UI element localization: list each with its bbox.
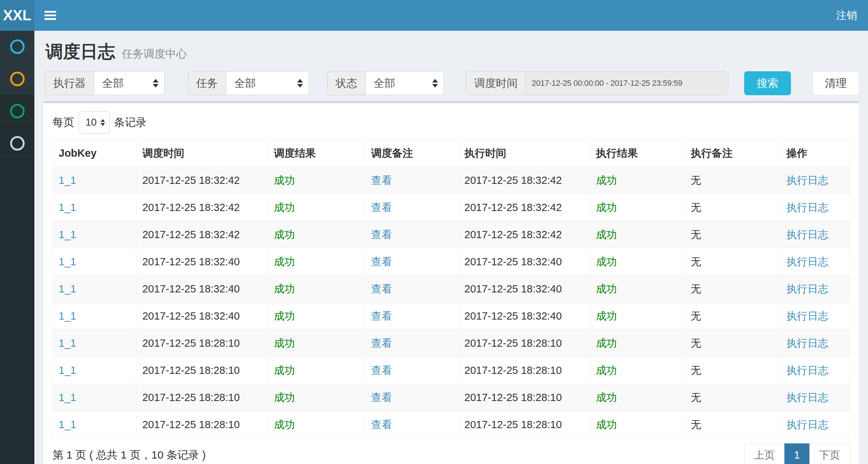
handle-result-cell: 成功	[590, 411, 685, 438]
handle-time-cell: 2017-12-25 18:32:40	[458, 275, 590, 303]
trigger-result-cell: 成功	[268, 167, 365, 194]
job-select[interactable]: 全部	[226, 71, 309, 95]
sidebar-item-executors[interactable]	[0, 127, 34, 160]
column-header: 执行结果	[590, 140, 685, 167]
trigger-time-cell: 2017-12-25 18:28:10	[136, 411, 268, 438]
trigger-remark-link[interactable]: 查看	[371, 229, 392, 240]
job-key-link[interactable]: 1_1	[59, 337, 76, 349]
exec-log-link[interactable]: 执行日志	[786, 337, 828, 349]
trigger-result-cell: 成功	[268, 275, 365, 303]
page-size-select[interactable]: 10	[79, 111, 110, 134]
sidebar-item-dashboard[interactable]	[0, 31, 34, 63]
exec-log-link[interactable]: 执行日志	[786, 256, 828, 267]
page-size-prefix: 每页	[52, 115, 74, 130]
trigger-remark-link[interactable]: 查看	[371, 174, 392, 186]
sidebar-item-joblog[interactable]	[0, 95, 34, 127]
page-size-suffix: 条记录	[114, 115, 147, 130]
handle-remark-cell: 无	[685, 357, 780, 384]
exec-log-link[interactable]: 执行日志	[786, 364, 828, 376]
status-select[interactable]: 全部	[365, 71, 444, 95]
sidebar-item-jobs[interactable]	[0, 63, 34, 95]
handle-result-cell: 成功	[590, 194, 685, 221]
table-row: 1_12017-12-25 18:28:10成功查看2017-12-25 18:…	[53, 411, 850, 438]
handle-remark-cell: 无	[685, 194, 780, 221]
handle-time-cell: 2017-12-25 18:32:42	[458, 221, 590, 248]
exec-log-link[interactable]: 执行日志	[786, 202, 828, 213]
trigger-remark-link[interactable]: 查看	[371, 364, 392, 376]
job-key-link[interactable]: 1_1	[59, 419, 76, 430]
status-filter-group: 状态 全部	[327, 71, 444, 95]
trigger-time-cell: 2017-12-25 18:28:10	[136, 384, 268, 411]
handle-result-cell: 成功	[590, 248, 685, 275]
current-page-button[interactable]: 1	[784, 443, 810, 464]
exec-log-link[interactable]: 执行日志	[786, 283, 828, 295]
select-arrows-icon	[101, 119, 105, 126]
handle-time-cell: 2017-12-25 18:32:42	[458, 167, 590, 194]
job-filter-group: 任务 全部	[188, 71, 309, 95]
job-key-link[interactable]: 1_1	[59, 256, 76, 267]
clear-button[interactable]: 清理	[813, 71, 859, 95]
table-row: 1_12017-12-25 18:32:40成功查看2017-12-25 18:…	[53, 248, 850, 275]
trigger-remark-link[interactable]: 查看	[371, 310, 392, 322]
search-button[interactable]: 搜索	[744, 71, 791, 95]
exec-log-link[interactable]: 执行日志	[786, 310, 828, 322]
trigger-result-cell: 成功	[268, 248, 365, 275]
handle-remark-cell: 无	[685, 384, 780, 411]
table-row: 1_12017-12-25 18:28:10成功查看2017-12-25 18:…	[53, 357, 850, 384]
job-key-link[interactable]: 1_1	[59, 202, 76, 213]
trigger-result-cell: 成功	[268, 221, 365, 248]
job-key-link[interactable]: 1_1	[59, 174, 76, 186]
top-navbar: 注销	[34, 0, 868, 31]
trigger-remark-link[interactable]: 查看	[371, 256, 392, 267]
job-key-link[interactable]: 1_1	[59, 310, 76, 322]
trigger-remark-link[interactable]: 查看	[371, 337, 392, 349]
prev-page-button[interactable]: 上页	[744, 443, 785, 464]
sidebar-toggle-icon[interactable]	[45, 9, 57, 22]
exec-log-link[interactable]: 执行日志	[786, 392, 828, 403]
executor-select[interactable]: 全部	[94, 71, 165, 95]
trigger-remark-link[interactable]: 查看	[371, 419, 392, 430]
trigger-time-cell: 2017-12-25 18:32:40	[136, 248, 268, 275]
next-page-button[interactable]: 下页	[809, 443, 850, 464]
handle-result-cell: 成功	[590, 275, 685, 303]
filter-bar: 执行器 全部 任务 全部 状态 全部 调度时间 搜索 清理	[43, 71, 859, 95]
handle-time-cell: 2017-12-25 18:28:10	[458, 330, 590, 357]
time-range-input[interactable]	[526, 71, 728, 95]
select-arrows-icon	[432, 79, 438, 88]
time-filter-group: 调度时间	[466, 71, 728, 95]
trigger-remark-link[interactable]: 查看	[371, 283, 392, 295]
table-header-row: JobKey调度时间调度结果调度备注执行时间执行结果执行备注操作	[53, 140, 850, 167]
column-header: 调度时间	[136, 140, 268, 167]
sidebar	[0, 31, 34, 464]
handle-result-cell: 成功	[590, 303, 685, 330]
trigger-time-cell: 2017-12-25 18:28:10	[136, 330, 268, 357]
table-row: 1_12017-12-25 18:32:40成功查看2017-12-25 18:…	[53, 303, 850, 330]
content: 调度日志 任务调度中心 执行器 全部 任务 全部 状态 全部	[34, 31, 868, 464]
trigger-time-cell: 2017-12-25 18:32:42	[136, 221, 268, 248]
exec-log-link[interactable]: 执行日志	[786, 419, 828, 430]
handle-time-cell: 2017-12-25 18:32:42	[458, 194, 590, 221]
trigger-remark-link[interactable]: 查看	[371, 202, 392, 213]
table-row: 1_12017-12-25 18:32:42成功查看2017-12-25 18:…	[53, 194, 850, 221]
main-header: XXL 注销	[0, 0, 868, 31]
handle-time-cell: 2017-12-25 18:32:40	[458, 248, 590, 275]
trigger-result-cell: 成功	[268, 194, 365, 221]
trigger-remark-link[interactable]: 查看	[371, 392, 392, 403]
job-key-link[interactable]: 1_1	[59, 364, 76, 376]
handle-result-cell: 成功	[590, 330, 685, 357]
trigger-time-cell: 2017-12-25 18:32:42	[136, 194, 268, 221]
table-footer: 第 1 页 ( 总共 1 页，10 条记录 ) 上页 1 下页	[52, 443, 850, 464]
trigger-result-cell: 成功	[268, 330, 365, 357]
handle-result-cell: 成功	[590, 221, 685, 248]
job-key-link[interactable]: 1_1	[59, 392, 76, 403]
executor-filter-label: 执行器	[45, 71, 94, 95]
trigger-time-cell: 2017-12-25 18:32:40	[136, 275, 268, 303]
select-arrows-icon	[153, 79, 159, 88]
exec-log-link[interactable]: 执行日志	[786, 174, 828, 186]
trigger-result-cell: 成功	[268, 303, 365, 330]
job-key-link[interactable]: 1_1	[59, 229, 76, 240]
logout-link[interactable]: 注销	[836, 8, 857, 23]
exec-log-link[interactable]: 执行日志	[786, 229, 828, 240]
column-header: 执行备注	[685, 140, 780, 167]
job-key-link[interactable]: 1_1	[59, 283, 76, 295]
